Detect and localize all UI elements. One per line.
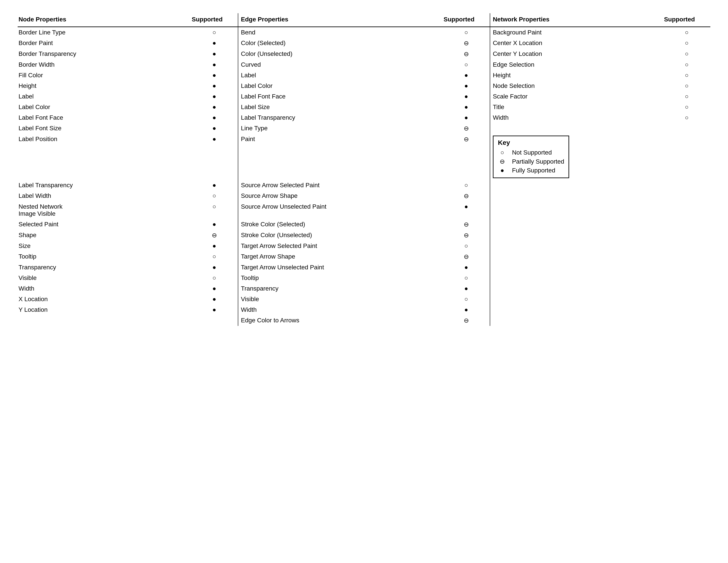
edge-property-name: Curved [238, 59, 443, 70]
node-support-symbol: ● [191, 59, 238, 70]
node-property-name: Shape [18, 230, 191, 241]
node-property-name: Label Font Face [18, 112, 191, 123]
table-row: Tooltip○Target Arrow Shape⊖ [18, 251, 710, 262]
node-support-symbol: ● [191, 180, 238, 190]
network-support-symbol [663, 305, 710, 315]
edge-support-symbol: ○ [443, 59, 490, 70]
node-support-symbol: ⊖ [191, 230, 238, 241]
node-support-symbol: ● [191, 81, 238, 91]
edge-property-name: Line Type [238, 123, 443, 134]
edge-support-symbol: ⊖ [443, 251, 490, 262]
edge-property-name: Stroke Color (Selected) [238, 219, 443, 230]
edge-property-name: Color (Unselected) [238, 49, 443, 59]
edge-property-name: Label [238, 70, 443, 81]
network-support-symbol [663, 294, 710, 305]
edge-property-name: Paint [238, 134, 443, 180]
edge-support-symbol: ● [443, 283, 490, 294]
key-symbol: ● [498, 167, 507, 174]
table-row: Size●Target Arrow Selected Paint○ [18, 241, 710, 251]
network-properties-header: Network Properties [490, 13, 663, 27]
node-support-symbol: ● [191, 134, 238, 180]
table-row: Border Line Type○Bend○Background Paint○ [18, 27, 710, 38]
table-row: Label Transparency●Source Arrow Selected… [18, 180, 710, 190]
node-property-name: Border Paint [18, 38, 191, 49]
network-support-symbol [663, 230, 710, 241]
network-property-name: Width [490, 112, 663, 123]
network-property-name: Edge Selection [490, 59, 663, 70]
network-support-symbol: ○ [663, 91, 710, 102]
table-row: Border Width●Curved○Edge Selection○ [18, 59, 710, 70]
edge-property-name: Target Arrow Selected Paint [238, 241, 443, 251]
network-property-name [490, 190, 663, 201]
node-support-symbol: ○ [191, 273, 238, 283]
network-support-symbol [663, 201, 710, 219]
edge-support-symbol: ○ [443, 294, 490, 305]
network-support-symbol [663, 241, 710, 251]
node-property-name: Label Color [18, 102, 191, 112]
edge-support-symbol: ● [443, 81, 490, 91]
network-property-name [490, 251, 663, 262]
edge-property-name: Transparency [238, 283, 443, 294]
network-property-name: Background Paint [490, 27, 663, 38]
edge-support-symbol: ○ [443, 273, 490, 283]
edge-property-name: Target Arrow Unselected Paint [238, 262, 443, 273]
node-support-symbol [191, 315, 238, 326]
table-row: Label Font Size●Line Type⊖ [18, 123, 710, 134]
edge-property-name: Source Arrow Selected Paint [238, 180, 443, 190]
key-label: Partially Supported [512, 158, 564, 165]
node-support-symbol: ○ [191, 201, 238, 219]
edge-property-name: Color (Selected) [238, 38, 443, 49]
table-row: Border Transparency●Color (Unselected)⊖C… [18, 49, 710, 59]
network-supported-header: Supported [663, 13, 710, 27]
table-row: Border Paint●Color (Selected)⊖Center X L… [18, 38, 710, 49]
node-support-symbol: ● [191, 91, 238, 102]
table-row: Label●Label Font Face●Scale Factor○ [18, 91, 710, 102]
edge-support-symbol: ⊖ [443, 123, 490, 134]
table-row: Visible○Tooltip○ [18, 273, 710, 283]
network-property-name: Center Y Location [490, 49, 663, 59]
network-property-name: Scale Factor [490, 91, 663, 102]
edge-support-symbol: ○ [443, 27, 490, 38]
key-label: Fully Supported [512, 167, 555, 174]
key-row: ●Fully Supported [498, 166, 564, 175]
network-support-symbol: ○ [663, 112, 710, 123]
edge-support-symbol: ⊖ [443, 49, 490, 59]
edge-support-symbol: ⊖ [443, 190, 490, 201]
edge-support-symbol: ● [443, 91, 490, 102]
node-property-name: Height [18, 81, 191, 91]
edge-support-symbol: ⊖ [443, 315, 490, 326]
node-support-symbol: ○ [191, 190, 238, 201]
node-property-name: Label Transparency [18, 180, 191, 190]
node-property-name: Border Line Type [18, 27, 191, 38]
table-row: Label Color●Label Size●Title○ [18, 102, 710, 112]
node-support-symbol: ● [191, 219, 238, 230]
node-support-symbol: ● [191, 283, 238, 294]
network-support-symbol [663, 315, 710, 326]
node-property-name: Label Width [18, 190, 191, 201]
edge-support-symbol: ● [443, 102, 490, 112]
network-property-name: Node Selection [490, 81, 663, 91]
table-row: Label Font Face●Label Transparency●Width… [18, 112, 710, 123]
network-support-symbol: ○ [663, 38, 710, 49]
edge-property-name: Label Transparency [238, 112, 443, 123]
network-support-symbol: ○ [663, 70, 710, 81]
network-property-name: Title [490, 102, 663, 112]
node-property-name: Selected Paint [18, 219, 191, 230]
network-support-symbol [663, 180, 710, 190]
edge-property-name: Label Font Face [238, 91, 443, 102]
node-support-symbol: ● [191, 112, 238, 123]
network-support-symbol [663, 262, 710, 273]
key-symbol: ⊖ [498, 158, 507, 165]
node-property-name: Border Width [18, 59, 191, 70]
network-property-name [490, 262, 663, 273]
edge-property-name: Target Arrow Shape [238, 251, 443, 262]
network-support-symbol [663, 273, 710, 283]
node-property-name: Fill Color [18, 70, 191, 81]
edge-support-symbol: ● [443, 112, 490, 123]
network-support-symbol [663, 283, 710, 294]
table-row: X Location●Visible○ [18, 294, 710, 305]
network-support-symbol [663, 219, 710, 230]
edge-property-name: Label Size [238, 102, 443, 112]
network-property-name: Height [490, 70, 663, 81]
node-support-symbol: ○ [191, 251, 238, 262]
